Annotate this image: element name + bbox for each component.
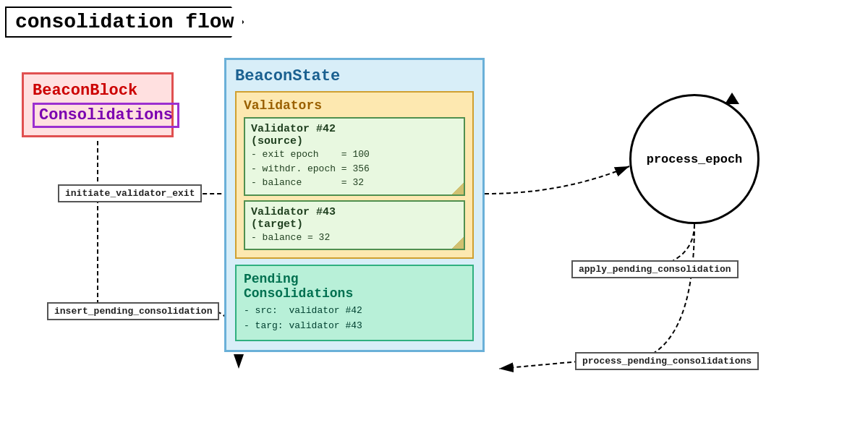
initiate-validator-exit-label: initiate_validator_exit (58, 184, 202, 202)
validator-42-title: Validator #42 (source) (251, 123, 458, 147)
process-pending-consolidations-label: process_pending_consolidations (575, 352, 759, 370)
apply-pending-consolidation-label: apply_pending_consolidation (571, 260, 739, 278)
circle-top-arrowhead (725, 93, 739, 107)
insert-pending-consolidation-text: insert_pending_consolidation (54, 306, 212, 317)
pending-consolidations-box: Pending Consolidations - src: validator … (235, 265, 474, 341)
diagram-title: consolidation flow (5, 7, 244, 38)
title-text: consolidation flow (15, 11, 234, 33)
validator-43-card: Validator #43 (target) - balance = 32 (244, 200, 465, 251)
validator-43-body: - balance = 32 (251, 231, 458, 245)
diagram-container: consolidation flow BeaconBlock Consolida… (0, 0, 868, 441)
process-epoch-label: process_epoch (647, 153, 743, 166)
beacon-state-title: BeaconState (235, 67, 474, 85)
validator-42-card: Validator #42 (source) - exit epoch = 10… (244, 117, 465, 196)
validators-box: Validators Validator #42 (source) - exit… (235, 91, 474, 259)
process-pending-consolidations-text: process_pending_consolidations (582, 356, 752, 367)
pending-body: - src: validator #42 - targ: validator #… (244, 304, 465, 334)
insert-pending-consolidation-label: insert_pending_consolidation (47, 302, 219, 320)
beacon-block-title: BeaconBlock (33, 82, 163, 100)
svg-marker-2 (725, 93, 739, 104)
validator-42-body: - exit epoch = 100 - withdr. epoch = 356… (251, 147, 458, 190)
beacon-state-box: BeaconState Validators Validator #42 (so… (224, 58, 485, 352)
process-epoch-circle: process_epoch (629, 94, 760, 224)
initiate-validator-exit-text: initiate_validator_exit (65, 188, 195, 199)
beacon-block-subtitle: Consolidations (33, 103, 179, 128)
beacon-block-box: BeaconBlock Consolidations (22, 72, 174, 137)
apply-pending-consolidation-text: apply_pending_consolidation (579, 264, 731, 275)
validator-43-title: Validator #43 (target) (251, 206, 458, 231)
validators-title: Validators (244, 98, 465, 113)
pending-title: Pending Consolidations (244, 272, 465, 301)
